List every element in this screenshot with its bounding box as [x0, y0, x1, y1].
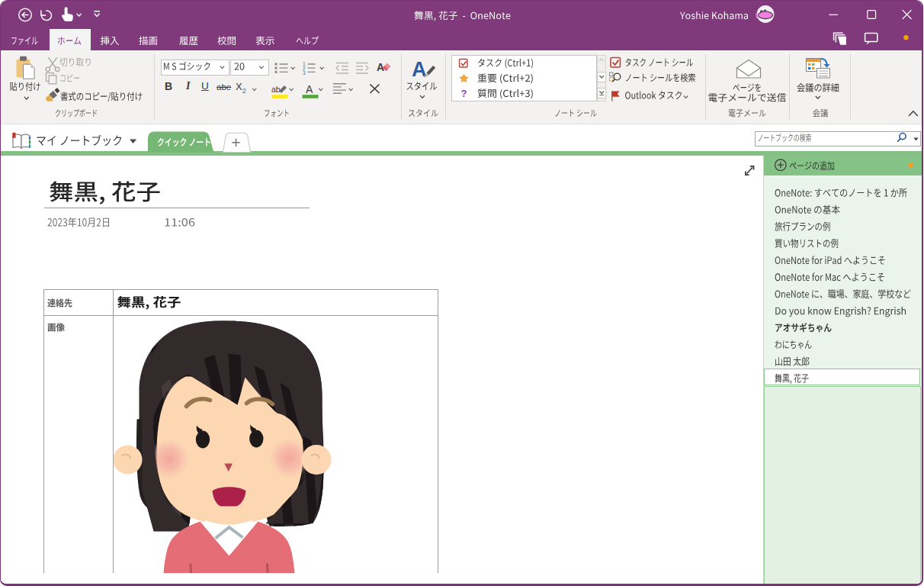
svg-text:3: 3 [303, 70, 306, 76]
svg-text:A: A [306, 83, 313, 95]
svg-text:ab: ab [271, 85, 281, 94]
svg-text:?: ? [461, 88, 467, 99]
